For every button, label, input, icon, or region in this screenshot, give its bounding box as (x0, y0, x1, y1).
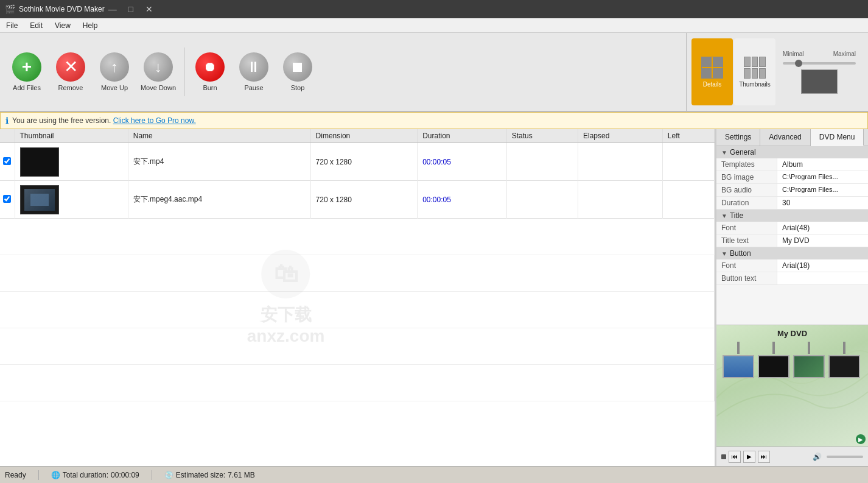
prop-title-text-value[interactable]: My DVD (777, 234, 868, 247)
row2-name-cell: 安下.mpeg4.aac.mp4 (128, 181, 310, 219)
row2-duration-cell: 00:00:05 (418, 181, 507, 219)
minimize-button[interactable]: — (105, 3, 121, 15)
move-down-icon: ↓ (144, 52, 173, 82)
move-up-button[interactable]: ↑ Move Up (94, 38, 135, 105)
move-down-button[interactable]: ↓ Move Down (138, 38, 179, 105)
preview-thumb-1 (723, 355, 754, 378)
row2-dimension: 720 x 1280 (316, 196, 352, 204)
pause-button[interactable]: ⏸ Pause (233, 38, 275, 105)
table-row-empty (0, 328, 715, 365)
button-toggle: ▼ (721, 250, 727, 257)
disc-icon: 💿 (164, 471, 173, 479)
window-controls: — □ ✕ (105, 3, 157, 15)
general-toggle: ▼ (721, 149, 727, 156)
tab-advanced[interactable]: Advanced (760, 129, 810, 146)
prop-bg-audio-name: BG audio (716, 184, 777, 196)
remove-icon: ✕ (56, 52, 85, 82)
prop-bg-audio-value[interactable]: C:\Program Files... (777, 184, 868, 196)
preview-line-2 (772, 342, 775, 354)
row2-checkbox[interactable] (3, 195, 11, 203)
view-slider[interactable] (783, 62, 856, 65)
view-slider-area: Minimal Maximal (777, 38, 862, 105)
add-files-button[interactable]: + Add Files (6, 38, 47, 105)
tab-settings[interactable]: Settings (716, 129, 760, 146)
status-size-segment: 💿 Estimated size: 7.61 MB (164, 471, 255, 479)
preview-title: My DVD (716, 325, 868, 339)
col-left: Left (662, 129, 714, 143)
prop-templates-value[interactable]: Album (777, 158, 868, 171)
row1-name-cell: 安下.mp4 (128, 143, 310, 181)
row1-thumbnail (20, 147, 59, 177)
transport-next-button[interactable]: ⏭ (758, 451, 770, 463)
estimated-size-value: 7.61 MB (228, 471, 255, 479)
row2-thumbnail (20, 185, 59, 214)
globe-icon: 🌐 (51, 471, 60, 479)
right-panel: Settings Advanced DVD Menu ▼ General Tem… (716, 129, 868, 466)
col-duration: Duration (418, 129, 507, 143)
section-general-header[interactable]: ▼ General (716, 146, 868, 158)
move-up-label: Move Up (101, 84, 128, 91)
table-row: 安下.mp4 720 x 1280 00:00:05 (0, 143, 715, 181)
prop-title-text-name: Title text (716, 234, 777, 247)
prop-bg-image-value[interactable]: C:\Program Files... (777, 171, 868, 183)
transport-prev-button[interactable]: ⏮ (729, 451, 741, 463)
row2-elapsed-cell (578, 181, 663, 219)
menu-file[interactable]: File (0, 18, 24, 32)
table-row-empty (0, 219, 715, 255)
prop-button-text-value[interactable] (777, 272, 868, 284)
prop-duration-value[interactable]: 30 (777, 197, 868, 209)
tab-dvd-menu[interactable]: DVD Menu (811, 129, 864, 146)
file-table-header: Thumbnail Name Dimension Duration Status… (0, 129, 715, 143)
prop-button-font-value[interactable]: Arial(18) (777, 259, 868, 272)
col-elapsed: Elapsed (578, 129, 663, 143)
title-toggle: ▼ (721, 213, 727, 219)
prop-bg-image-name: BG image (716, 171, 777, 183)
maximize-button[interactable]: □ (123, 3, 139, 15)
details-view-button[interactable]: Details (691, 38, 733, 105)
row1-name: 安下.mp4 (133, 157, 164, 166)
section-title-header[interactable]: ▼ Title (716, 210, 868, 222)
row1-elapsed-cell (578, 143, 663, 181)
button-section-label: Button (730, 249, 751, 258)
stop-button[interactable]: ⏹ Stop (277, 38, 318, 105)
view-panel: Details Thumbnails Minimal Maximal (686, 33, 862, 111)
row1-dimension: 720 x 1280 (316, 158, 352, 166)
remove-button[interactable]: ✕ Remove (50, 38, 91, 105)
row2-left-cell (662, 181, 714, 219)
transport-play-button[interactable]: ▶ (743, 451, 755, 463)
row1-dimension-cell: 720 x 1280 (310, 143, 418, 181)
preview-thumbnail-indicator (801, 69, 838, 94)
volume-slider[interactable] (827, 456, 863, 458)
status-ready: Ready (5, 471, 26, 479)
row1-checkbox[interactable] (3, 157, 11, 165)
row1-duration: 00:00:05 (422, 158, 451, 166)
col-dimension: Dimension (310, 129, 418, 143)
row1-status-cell (506, 143, 578, 181)
info-bar: ℹ You are using the free version. Click … (0, 112, 868, 129)
menu-help[interactable]: Help (77, 18, 104, 32)
prop-button-text: Button text (716, 272, 868, 285)
burn-button[interactable]: ⏺ Burn (189, 38, 231, 105)
details-icon (701, 57, 723, 79)
prop-bg-image: BG image C:\Program Files... (716, 171, 868, 184)
row2-duration: 00:00:05 (422, 196, 451, 204)
file-table: Thumbnail Name Dimension Duration Status… (0, 129, 715, 401)
menu-edit[interactable]: Edit (24, 18, 49, 32)
prop-title-font-value[interactable]: Arial(48) (777, 222, 868, 234)
section-button-header[interactable]: ▼ Button (716, 247, 868, 259)
menu-view[interactable]: View (49, 18, 77, 32)
thumbnails-label: Thumbnails (739, 81, 771, 88)
thumbnails-view-button[interactable]: Thumbnails (734, 38, 775, 105)
preview-thumb-4 (828, 355, 860, 378)
preview-line-4 (843, 342, 845, 354)
table-row-empty (0, 365, 715, 401)
stop-icon: ⏹ (283, 52, 312, 82)
progress-indicator (721, 454, 726, 459)
preview-area: My DVD ▶ (716, 325, 868, 446)
go-pro-link[interactable]: Click here to Go Pro now. (113, 116, 196, 125)
row2-thumb-cell (15, 181, 128, 219)
stop-label: Stop (291, 84, 305, 91)
preview-play-button[interactable]: ▶ (856, 434, 866, 444)
row2-status-cell (506, 181, 578, 219)
close-button[interactable]: ✕ (141, 3, 157, 15)
